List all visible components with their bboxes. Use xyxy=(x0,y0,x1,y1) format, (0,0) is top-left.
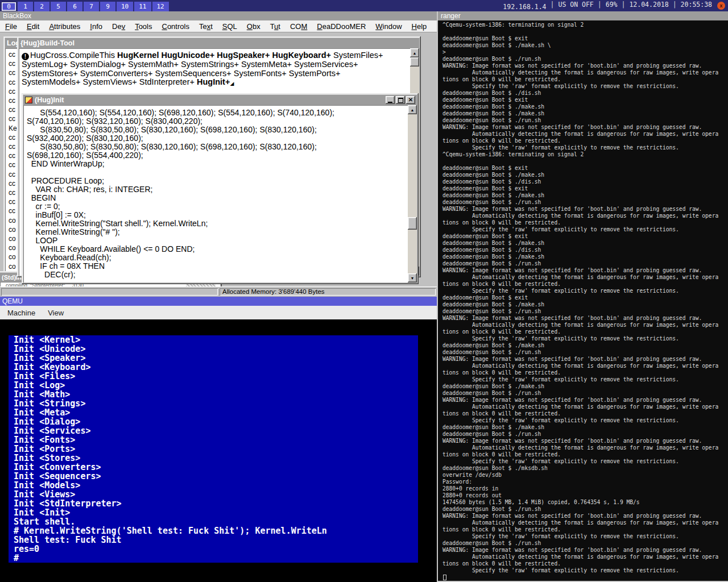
terminal-line: WARNING: Image format was not specified … xyxy=(442,267,728,274)
workspace-button[interactable]: 12 xyxy=(152,2,169,11)
workspace-button[interactable]: 11 xyxy=(134,2,151,11)
blackbox-window: BlackBox FileEditAttributesInfoDevToolsC… xyxy=(0,11,437,297)
status-segment: |US ON OFF xyxy=(547,1,594,9)
terminal-line: overwrite /dev/sdb xyxy=(442,472,728,479)
status-text: 192.168.1.4 xyxy=(503,3,546,11)
menu-item[interactable]: Help xyxy=(412,22,427,31)
screen-line: Start shell. xyxy=(14,517,418,526)
terminal-line: Specify the 'raw' format explicitly to r… xyxy=(442,335,728,342)
menu-item[interactable]: Controls xyxy=(162,22,189,31)
terminal-line: deaddoomer@sun Boot $ ./make.sh xyxy=(442,424,728,431)
terminal-line: tions on block 0 will be restricted. xyxy=(442,451,728,458)
menu-item[interactable]: File xyxy=(5,22,17,31)
workspace-button[interactable]: 6 xyxy=(67,2,82,11)
menu-item[interactable]: Window xyxy=(375,22,402,31)
menu-item[interactable]: View xyxy=(43,309,69,317)
scrollbar-thumb[interactable] xyxy=(408,217,417,230)
menu-item[interactable]: DeaDDooMER xyxy=(317,22,366,31)
terminal-line: 2880+0 records in xyxy=(442,485,728,492)
menu-item[interactable]: Attributes xyxy=(49,22,80,31)
menu-item[interactable]: Machine xyxy=(2,309,40,317)
terminal-line: tions on block 0 will be restricted. xyxy=(442,281,728,288)
code-line: Keyboard.Read(ch); xyxy=(27,253,408,261)
workspace-button[interactable]: 2 xyxy=(34,2,49,11)
minimize-button[interactable] xyxy=(386,96,395,104)
terminal-line: Automatically detecting the format is da… xyxy=(442,131,728,138)
terminal-line: 2880+0 records out xyxy=(442,492,728,499)
terminal-line: deaddoomer@sun Boot $ ./run.sh xyxy=(442,199,728,206)
terminal-cursor xyxy=(443,575,446,580)
terminal-line: deaddoomer@sun Boot $ ./run.sh xyxy=(442,308,728,315)
terminal-line: WARNING: Image format was not specified … xyxy=(442,315,728,322)
terminal-line: deaddoomer@sun Boot $ ./make.sh xyxy=(442,342,728,349)
scroll-down-button[interactable]: ▼ xyxy=(408,273,417,282)
status-text: 69% xyxy=(606,1,618,9)
tray-icon[interactable]: x xyxy=(717,2,725,10)
terminal-line: tions on block 0 will be restricted. xyxy=(442,369,728,376)
code-line: LOOP xyxy=(27,236,408,244)
blackbox-titlebar[interactable]: BlackBox xyxy=(0,11,437,20)
terminal[interactable]: ^Cqemu-system-i386: terminating on signa… xyxy=(438,20,728,581)
code-line: IF ch = 08X THEN xyxy=(27,261,408,270)
ranger-titlebar[interactable]: ranger xyxy=(438,11,728,20)
menu-item[interactable]: COM xyxy=(290,22,307,31)
terminal-line: Automatically detecting the format is da… xyxy=(442,69,728,76)
screen-line: Init <Ports> xyxy=(14,444,418,454)
terminal-line: Automatically detecting the format is da… xyxy=(442,444,728,451)
terminal-line: tions on block 0 will be restricted. xyxy=(442,219,728,226)
vga-screen[interactable]: Init <Kernel>Init <Unicode>Init <Speaker… xyxy=(9,335,418,563)
terminal-line: deaddoomer@sun Boot $ exit xyxy=(442,233,728,240)
menu-item[interactable]: Dev xyxy=(112,22,125,31)
menu-item[interactable]: Edit xyxy=(27,22,39,31)
terminal-line: ^Cqemu-system-i386: terminating on signa… xyxy=(442,22,728,28)
terminal-line: WARNING: Image format was not specified … xyxy=(442,547,728,554)
qemu-titlebar[interactable]: QEMU xyxy=(0,297,437,306)
range-marker-icon: ◢ xyxy=(230,81,234,86)
workspace-button[interactable]: 1 xyxy=(18,2,33,11)
code-editor[interactable]: S(554,120,160); S(554,120,160); S(698,12… xyxy=(23,105,408,282)
terminal-line: Specify the 'raw' format explicitly to r… xyxy=(442,417,728,424)
terminal-line: deaddoomer@sun Boot $ ./make.sh xyxy=(442,103,728,110)
workspace-button[interactable]: 7 xyxy=(84,2,99,11)
terminal-line xyxy=(442,28,728,35)
workspace-button[interactable]: 10 xyxy=(117,2,133,11)
menu-item[interactable]: Info xyxy=(90,22,102,31)
menu-item[interactable]: Text xyxy=(199,22,213,31)
status-text: 12.04.2018 xyxy=(629,1,668,9)
init-scrollbar[interactable]: ▲ ▼ xyxy=(408,105,417,282)
text-segment: SystemModels+ SystemViews+ StdInterprete… xyxy=(22,77,197,86)
status-text: US ON OFF xyxy=(558,1,593,9)
screen-line: Init <Meta> xyxy=(14,408,418,417)
terminal-line: deaddoomer@sun Boot $ ./run.sh xyxy=(442,56,728,63)
terminal-line: tions on block 0 will be restricted. xyxy=(442,138,728,144)
maximize-button[interactable] xyxy=(396,96,405,104)
scroll-up-button[interactable]: ▲ xyxy=(410,48,419,57)
code-line: S(698,120,160); S(554,400,220); xyxy=(27,151,408,159)
terminal-line: ^Cqemu-system-i386: terminating on signa… xyxy=(442,151,728,158)
terminal-line: WARNING: Image format was not specified … xyxy=(442,438,728,444)
separator: | xyxy=(547,1,559,9)
workspace-button[interactable]: 9 xyxy=(100,2,115,11)
menu-item[interactable]: SQL xyxy=(222,22,237,31)
menu-item[interactable]: Tut xyxy=(270,22,280,31)
build-tool-titlebar[interactable]: {Hug}Build-Tool xyxy=(19,38,419,48)
code-line: VAR ch: CHAR; res, i: INTEGER; xyxy=(27,185,408,193)
menu-item[interactable]: Tools xyxy=(135,22,152,31)
workspace-button[interactable]: 0 xyxy=(1,2,16,11)
scroll-up-button[interactable]: ▲ xyxy=(408,105,417,114)
terminal-line: Specify the 'raw' format explicitly to r… xyxy=(442,376,728,383)
code-line: WHILE Keyboard.Available() <= 0 DO END; xyxy=(27,244,408,253)
screen-line: Init <Services> xyxy=(14,426,418,435)
status-panel-empty xyxy=(1,288,218,296)
terminal-line: deaddoomer@sun Boot $ ./dis.sh xyxy=(442,178,728,185)
menu-item[interactable]: Obx xyxy=(247,22,260,31)
scrollbar-thumb[interactable] xyxy=(410,57,419,66)
terminal-line: deaddoomer@sun Boot $ ./make.sh xyxy=(442,301,728,308)
code-line: S(830,50,80); S(830,50,80); S(830,120,16… xyxy=(27,142,408,151)
terminal-line: deaddoomer@sun Boot $ exit xyxy=(442,185,728,192)
memory-status: Allocated Memory: 3'689'440 Bytes xyxy=(220,288,436,296)
init-titlebar[interactable]: (Hug)Init ✕ xyxy=(23,95,417,105)
close-button[interactable]: ✕ xyxy=(406,96,415,104)
terminal-line: Specify the 'raw' format explicitly to r… xyxy=(442,288,728,294)
workspace-button[interactable]: 5 xyxy=(51,2,66,11)
